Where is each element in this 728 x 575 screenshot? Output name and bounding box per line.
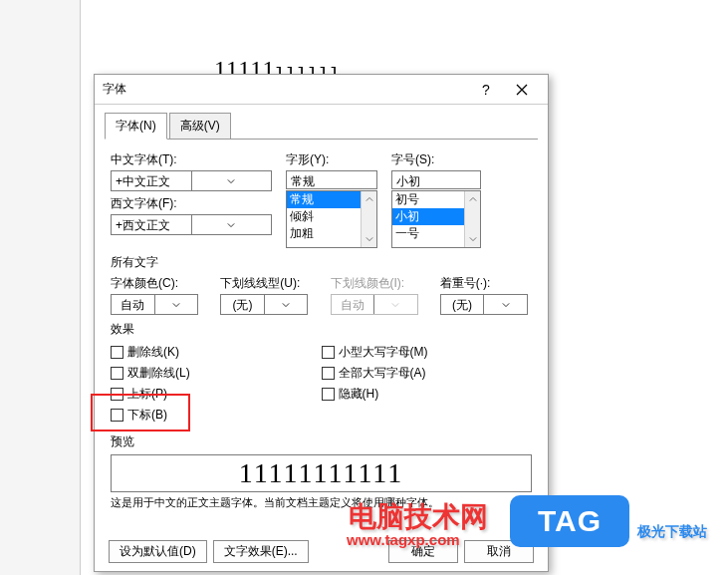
underline-value: (无) bbox=[221, 295, 264, 314]
label-effects: 效果 bbox=[111, 321, 532, 338]
chk-strike[interactable]: 删除线(K) bbox=[111, 342, 322, 363]
emphasis-value: (无) bbox=[441, 295, 484, 314]
scroll-down-icon bbox=[465, 231, 480, 247]
chk-smallcaps[interactable]: 小型大写字母(M) bbox=[322, 342, 533, 363]
west-font-value: +西文正文 bbox=[112, 215, 191, 234]
style-listbox[interactable]: 常规 倾斜 加粗 bbox=[286, 190, 377, 248]
label-preview: 预览 bbox=[111, 433, 532, 450]
tab-strip: 字体(N) 高级(V) bbox=[105, 113, 538, 140]
tag-text: TAG bbox=[538, 504, 602, 538]
underline-color-value: 自动 bbox=[332, 295, 374, 314]
scroll-down-icon bbox=[362, 231, 376, 247]
cn-font-value: +中文正文 bbox=[112, 171, 191, 190]
font-color-value: 自动 bbox=[112, 295, 154, 314]
label-font-color: 字体颜色(C): bbox=[111, 275, 202, 292]
label-west-font: 西文字体(F): bbox=[111, 195, 272, 212]
default-button[interactable]: 设为默认值(D) bbox=[109, 540, 207, 563]
label-style: 字形(Y): bbox=[286, 151, 377, 168]
west-font-combo[interactable]: +西文正文 bbox=[111, 214, 272, 235]
button-bar: 设为默认值(D) 文字效果(E)... 确定 取消 bbox=[95, 540, 548, 563]
size-value: 小初 bbox=[392, 171, 480, 188]
underline-combo[interactable]: (无) bbox=[220, 294, 308, 315]
font-dialog: 字体 ? 字体(N) 高级(V) 中文字体(T): +中文正文 西文字体(F):… bbox=[94, 74, 549, 572]
chevron-down-icon bbox=[373, 295, 417, 314]
style-input[interactable]: 常规 bbox=[286, 170, 377, 189]
label-all-text: 所有文字 bbox=[111, 254, 532, 271]
chk-superscript[interactable]: 上标(P) bbox=[111, 384, 322, 405]
underline-color-combo: 自动 bbox=[331, 294, 418, 315]
checkbox-icon bbox=[111, 367, 123, 380]
label-underline-color: 下划线颜色(I): bbox=[331, 275, 422, 292]
chk-hidden[interactable]: 隐藏(H) bbox=[322, 384, 533, 405]
tab-advanced[interactable]: 高级(V) bbox=[169, 113, 231, 139]
scroll-up-icon bbox=[362, 191, 376, 207]
dialog-title: 字体 bbox=[103, 81, 468, 98]
checkbox-icon bbox=[322, 346, 335, 359]
cn-font-combo[interactable]: +中文正文 bbox=[111, 170, 272, 191]
chevron-down-icon bbox=[191, 215, 272, 234]
scrollbar[interactable] bbox=[464, 191, 480, 247]
chevron-down-icon bbox=[483, 295, 527, 314]
titlebar: 字体 ? bbox=[95, 75, 548, 105]
chk-allcaps[interactable]: 全部大写字母(A) bbox=[322, 363, 533, 384]
emphasis-combo[interactable]: (无) bbox=[440, 294, 528, 315]
chevron-down-icon bbox=[264, 295, 308, 314]
text-effects-button[interactable]: 文字效果(E)... bbox=[213, 540, 309, 563]
label-underline: 下划线线型(U): bbox=[220, 275, 312, 292]
close-icon bbox=[516, 84, 528, 96]
checkbox-icon bbox=[111, 388, 123, 401]
chevron-down-icon bbox=[154, 295, 198, 314]
checkbox-icon bbox=[111, 409, 123, 422]
label-size: 字号(S): bbox=[391, 151, 481, 168]
font-color-combo[interactable]: 自动 bbox=[111, 294, 198, 315]
help-button[interactable]: ? bbox=[468, 78, 504, 102]
chk-subscript[interactable]: 下标(B) bbox=[111, 405, 322, 426]
close-button[interactable] bbox=[504, 78, 540, 102]
label-cn-font: 中文字体(T): bbox=[111, 151, 272, 168]
checkbox-icon bbox=[322, 367, 335, 380]
style-value: 常规 bbox=[287, 171, 376, 188]
chevron-down-icon bbox=[191, 171, 272, 190]
size-listbox[interactable]: 初号 小初 一号 bbox=[391, 190, 481, 248]
label-emphasis: 着重号(·): bbox=[440, 275, 532, 292]
checkbox-icon bbox=[322, 388, 335, 401]
size-input[interactable]: 小初 bbox=[391, 170, 481, 189]
preview-box: 11111111111 bbox=[111, 454, 532, 492]
scrollbar[interactable] bbox=[361, 191, 376, 247]
tag-badge: TAG bbox=[510, 495, 629, 547]
checkbox-icon bbox=[111, 346, 123, 359]
watermark-text-2: 极光下载站 bbox=[637, 523, 707, 541]
watermark-url: www.tagxp.com bbox=[347, 531, 460, 548]
scroll-up-icon bbox=[465, 191, 480, 207]
chk-dstrike[interactable]: 双删除线(L) bbox=[111, 363, 322, 384]
tab-font[interactable]: 字体(N) bbox=[105, 113, 167, 140]
